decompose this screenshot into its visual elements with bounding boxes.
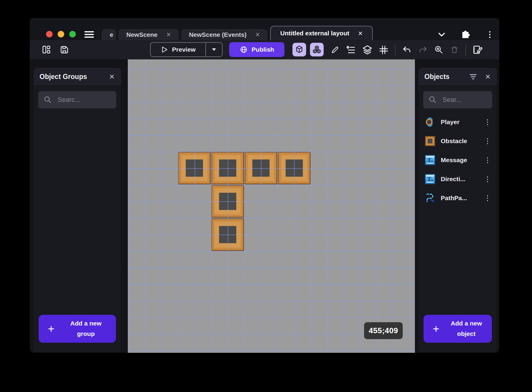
title-bar: e NewScene × NewScene (Events) × Untitle…: [30, 18, 499, 40]
search-icon: [428, 95, 437, 104]
open-editors-panel-button[interactable]: [42, 45, 51, 54]
object-groups-search[interactable]: [38, 91, 116, 108]
obstacle-instance[interactable]: [245, 152, 277, 184]
extensions-puzzle-icon[interactable]: [461, 30, 470, 39]
plus-icon: +: [40, 323, 62, 334]
zoom-window-button[interactable]: [69, 31, 76, 37]
toolbar-divider: [395, 44, 396, 56]
preview-button-main[interactable]: Preview: [151, 43, 205, 56]
scene-canvas[interactable]: 455;409: [128, 59, 415, 353]
object-groups-panel: Object Groups × + Add a new group: [34, 68, 121, 352]
solid-view-toggle[interactable]: [292, 43, 306, 56]
gdevelop-window: e NewScene × NewScene (Events) × Untitle…: [30, 18, 499, 353]
text-object-icon: Tx: [425, 174, 435, 184]
publish-button[interactable]: Publish: [229, 42, 284, 57]
object-menu-kebab-icon[interactable]: ⋮: [482, 118, 493, 126]
toolbar-icon-row: [330, 40, 483, 59]
tab-label: Untitled external layout: [280, 30, 349, 37]
objects-title: Objects: [424, 73, 469, 81]
obstacle-instance[interactable]: [211, 185, 244, 218]
object-groups-header: Object Groups ×: [34, 68, 121, 86]
close-window-button[interactable]: [46, 31, 53, 37]
add-group-button[interactable]: + Add a new group: [39, 315, 116, 343]
plus-icon: +: [425, 323, 447, 334]
objects-list: Player ⋮ Obstacle ⋮ Tx Message ⋮ Tx Dire…: [418, 113, 497, 315]
obstacle-instance[interactable]: [278, 152, 311, 184]
grid-icon[interactable]: [379, 45, 388, 55]
object-name: Directi...: [441, 176, 477, 183]
object-menu-kebab-icon[interactable]: ⋮: [482, 156, 493, 164]
layers-icon[interactable]: [362, 45, 372, 55]
tab[interactable]: e: [102, 29, 116, 40]
object-name: PathPa...: [441, 195, 477, 202]
tab[interactable]: NewScene (Events) ×: [181, 29, 267, 40]
close-objects-button[interactable]: ×: [485, 72, 491, 81]
preview-label: Preview: [172, 46, 196, 53]
objects-footer: + Add a new object: [418, 315, 497, 352]
edit-object-pencil-icon[interactable]: [330, 45, 339, 54]
publish-label: Publish: [252, 46, 274, 53]
objects-header: Objects ×: [418, 68, 497, 86]
instances-list-icon[interactable]: [346, 45, 356, 55]
object-name: Message: [441, 157, 477, 164]
objects-search[interactable]: [423, 91, 492, 108]
save-icon[interactable]: [59, 45, 69, 55]
object-groups-search-input[interactable]: [57, 96, 111, 104]
object-menu-kebab-icon[interactable]: ⋮: [482, 137, 493, 145]
object-list-item[interactable]: Obstacle ⋮: [418, 132, 497, 151]
desktop: e NewScene × NewScene (Events) × Untitle…: [0, 0, 532, 392]
objects-search-input[interactable]: [442, 96, 487, 104]
preview-dropdown-button[interactable]: [205, 43, 222, 56]
add-group-label-line2: group: [77, 330, 95, 337]
object-groups-footer: + Add a new group: [34, 315, 121, 352]
tab-bar: e NewScene × NewScene (Events) × Untitle…: [102, 26, 373, 40]
object-menu-kebab-icon[interactable]: ⋮: [482, 194, 493, 202]
zoom-in-icon[interactable]: [434, 45, 443, 54]
undo-icon[interactable]: [402, 45, 412, 55]
object-name: Player: [441, 118, 477, 126]
preview-button[interactable]: Preview: [150, 42, 223, 57]
add-object-label-line1: Add a new: [451, 320, 482, 327]
redo-icon[interactable]: [418, 45, 428, 55]
main-area: Object Groups × + Add a new group: [30, 59, 499, 353]
cube-icon: [295, 45, 304, 54]
toolbar: Preview Publish: [30, 40, 499, 59]
tab-close-icon[interactable]: ×: [166, 31, 171, 38]
close-object-groups-button[interactable]: ×: [109, 72, 115, 81]
player-icon: [425, 117, 435, 127]
add-object-button[interactable]: + Add a new object: [424, 315, 492, 343]
object-list-item[interactable]: Player ⋮: [418, 113, 497, 132]
object-list-item[interactable]: Tx Directi... ⋮: [418, 170, 497, 189]
search-icon: [43, 95, 52, 104]
chevron-down-icon[interactable]: [437, 30, 446, 39]
caret-down-icon: [211, 48, 217, 51]
cubes-stack-icon: [312, 45, 322, 54]
object-groups-list: [34, 113, 121, 315]
instances-view-toggle[interactable]: [310, 43, 324, 56]
tab-close-icon[interactable]: ×: [255, 31, 260, 38]
object-name: Obstacle: [441, 137, 477, 145]
delete-trash-icon[interactable]: [450, 45, 459, 54]
tab[interactable]: NewScene ×: [119, 29, 179, 40]
tab-close-icon[interactable]: ×: [358, 30, 363, 37]
canvas-grid: [128, 59, 415, 353]
path-icon: [425, 193, 435, 203]
tab-label: e: [110, 31, 113, 38]
render-mode-toggles: [292, 43, 324, 56]
add-group-label-line1: Add a new: [70, 320, 101, 327]
filter-icon[interactable]: [469, 72, 478, 81]
edit-scene-properties-icon[interactable]: [473, 45, 483, 55]
more-options-kebab-icon[interactable]: ⋮: [485, 30, 495, 39]
obstacle-instance[interactable]: [178, 152, 211, 184]
object-list-item[interactable]: Tx Message ⋮: [418, 151, 497, 170]
window-controls: [46, 31, 76, 37]
object-groups-title: Object Groups: [40, 73, 109, 81]
obstacle-instance[interactable]: [211, 152, 244, 184]
tab[interactable]: Untitled external layout ×: [270, 26, 373, 40]
object-menu-kebab-icon[interactable]: ⋮: [482, 175, 493, 183]
object-list-item[interactable]: PathPa... ⋮: [418, 189, 497, 208]
obstacle-instance[interactable]: [211, 218, 244, 251]
add-object-label-line2: object: [457, 330, 476, 337]
minimize-window-button[interactable]: [58, 31, 64, 37]
main-menu-icon[interactable]: [84, 31, 94, 38]
